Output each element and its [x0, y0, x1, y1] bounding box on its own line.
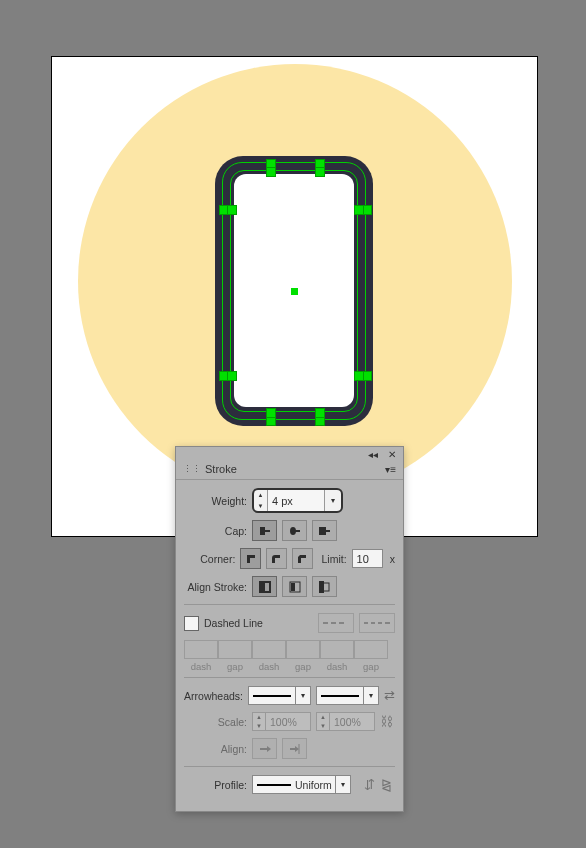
- panel-close-icon[interactable]: ✕: [386, 449, 398, 460]
- svg-rect-4: [319, 527, 326, 535]
- svg-rect-0: [260, 527, 265, 535]
- link-scale-icon[interactable]: ⛓: [380, 714, 393, 729]
- cap-round-button[interactable]: [282, 520, 307, 541]
- weight-input[interactable]: ▲▼ 4 px ▾: [252, 488, 343, 513]
- weight-stepper[interactable]: ▲▼: [254, 490, 268, 511]
- svg-rect-9: [291, 583, 295, 591]
- limit-suffix: x: [390, 553, 395, 565]
- weight-dropdown[interactable]: ▾: [324, 490, 341, 511]
- align-stroke-outside-button[interactable]: [312, 576, 337, 597]
- anchor-point[interactable]: [315, 408, 325, 418]
- anchor-point[interactable]: [354, 205, 364, 215]
- anchor-point[interactable]: [227, 205, 237, 215]
- arrowhead-scale-label: Scale:: [184, 716, 247, 728]
- dash-align-corners-button[interactable]: [359, 613, 395, 633]
- anchor-point[interactable]: [354, 371, 364, 381]
- arrowhead-scale-start-input[interactable]: ▲▼100%: [252, 712, 311, 731]
- anchor-point[interactable]: [227, 371, 237, 381]
- arrowhead-scale-end-input[interactable]: ▲▼100%: [316, 712, 375, 731]
- arrowhead-align-label: Align:: [184, 743, 247, 755]
- dash-preserve-exact-button[interactable]: [318, 613, 354, 633]
- corner-bevel-button[interactable]: [292, 548, 313, 569]
- svg-rect-7: [260, 582, 265, 592]
- weight-value[interactable]: 4 px: [268, 490, 324, 511]
- gap-input-1[interactable]: [218, 640, 252, 659]
- arrow-align-extend-button[interactable]: [252, 738, 277, 759]
- cap-projecting-button[interactable]: [312, 520, 337, 541]
- svg-rect-11: [319, 581, 324, 593]
- anchor-point[interactable]: [266, 167, 276, 177]
- align-stroke-label: Align Stroke:: [184, 581, 247, 593]
- weight-label: Weight:: [184, 495, 247, 507]
- panel-collapse-icon[interactable]: ◂◂: [366, 449, 380, 460]
- dash-gap-grid: dash gap dash gap dash gap: [184, 640, 395, 672]
- limit-input[interactable]: 10: [352, 549, 383, 568]
- stroke-panel: ◂◂ ✕ ⋮⋮ Stroke ▾≡ Weight: ▲▼ 4 px ▾ Cap:…: [175, 446, 404, 812]
- panel-grip-icon[interactable]: ⋮⋮: [183, 464, 201, 474]
- flip-across-icon[interactable]: ⇵: [364, 777, 375, 792]
- arrowhead-end-select[interactable]: ▾: [316, 686, 379, 705]
- align-stroke-inside-button[interactable]: [282, 576, 307, 597]
- corner-label: Corner:: [184, 553, 235, 565]
- profile-label: Profile:: [184, 779, 247, 791]
- anchor-point[interactable]: [266, 408, 276, 418]
- dash-input-2[interactable]: [252, 640, 286, 659]
- flip-along-icon[interactable]: ⧎: [381, 777, 392, 792]
- corner-miter-button[interactable]: [240, 548, 261, 569]
- gap-input-2[interactable]: [286, 640, 320, 659]
- panel-menu-icon[interactable]: ▾≡: [385, 464, 396, 475]
- dashed-line-label: Dashed Line: [204, 617, 263, 629]
- anchor-point[interactable]: [315, 167, 325, 177]
- panel-title: Stroke: [205, 463, 237, 475]
- align-stroke-center-button[interactable]: [252, 576, 277, 597]
- dashed-line-checkbox[interactable]: [184, 616, 199, 631]
- dash-input-3[interactable]: [320, 640, 354, 659]
- cap-label: Cap:: [184, 525, 247, 537]
- selection-center[interactable]: [291, 288, 298, 295]
- swap-arrowheads-icon[interactable]: ⇄: [384, 688, 395, 703]
- cap-butt-button[interactable]: [252, 520, 277, 541]
- arrowhead-start-select[interactable]: ▾: [248, 686, 311, 705]
- limit-label: Limit:: [322, 553, 347, 565]
- arrowheads-label: Arrowheads:: [184, 690, 243, 702]
- arrow-align-tip-button[interactable]: [282, 738, 307, 759]
- corner-round-button[interactable]: [266, 548, 287, 569]
- dash-input-1[interactable]: [184, 640, 218, 659]
- profile-select[interactable]: Uniform ▾: [252, 775, 351, 794]
- gap-input-3[interactable]: [354, 640, 388, 659]
